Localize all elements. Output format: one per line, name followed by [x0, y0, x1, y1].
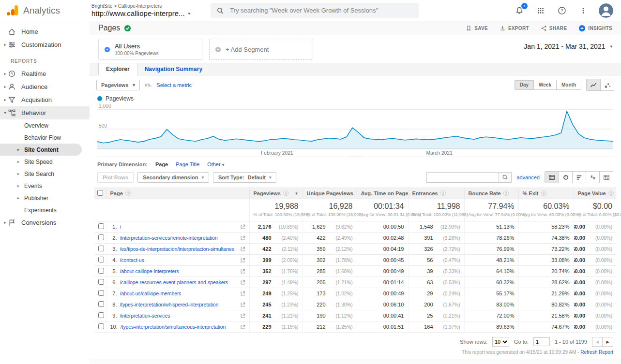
- open-in-new-icon[interactable]: [240, 302, 245, 307]
- open-in-new-icon[interactable]: [240, 247, 245, 252]
- page-link[interactable]: /about-calliope-interpreters: [120, 268, 179, 274]
- row-checkbox[interactable]: [98, 290, 104, 296]
- select-all-checkbox[interactable]: [97, 190, 103, 196]
- row-checkbox[interactable]: [98, 279, 104, 285]
- sidebar-item-acquisition[interactable]: ▸ Acquisition: [0, 93, 90, 106]
- column-header-pageviews[interactable]: ▼Pageviews?: [249, 188, 303, 199]
- insights-button[interactable]: INSIGHTS: [578, 25, 612, 32]
- page-link[interactable]: /types-interpretation/simultaneous-inter…: [121, 324, 226, 330]
- sidebar-item-audience[interactable]: ▸ Audience: [0, 80, 90, 93]
- column-header-avg-time[interactable]: Avg. Time on Page?: [357, 188, 408, 199]
- page-link[interactable]: /contact-us: [120, 257, 144, 263]
- show-rows-select[interactable]: 10: [492, 337, 509, 347]
- sidebar-item-realtime[interactable]: ▸ Realtime: [0, 67, 90, 80]
- table-row[interactable]: 7. /about-us/calliope-members 249(1.25%)…: [94, 288, 616, 299]
- add-segment-button[interactable]: + Add Segment: [209, 39, 313, 60]
- help-button[interactable]: ?: [556, 5, 568, 16]
- row-checkbox[interactable]: [98, 323, 104, 329]
- notifications-button[interactable]: 1: [514, 5, 525, 16]
- open-in-new-icon[interactable]: [240, 313, 245, 319]
- row-checkbox[interactable]: [98, 301, 104, 307]
- pageviews-chart[interactable]: 5001,000February 2021March 2021: [97, 104, 613, 157]
- open-in-new-icon[interactable]: [240, 258, 245, 263]
- open-in-new-icon[interactable]: [240, 235, 245, 241]
- sidebar-item-events[interactable]: ▸ Events: [0, 180, 90, 192]
- sidebar-item-experiments[interactable]: Experiments: [0, 204, 90, 216]
- search-input[interactable]: [229, 6, 413, 15]
- sidebar-item-overview[interactable]: Overview: [0, 119, 90, 131]
- sidebar-item-behavior-flow[interactable]: Behavior Flow: [0, 131, 90, 144]
- select-metric-link[interactable]: Select a metric: [156, 82, 192, 88]
- tab-explorer[interactable]: Explorer: [98, 63, 137, 75]
- sidebar-item-site-content[interactable]: ▸ Site Content: [0, 144, 82, 156]
- dimension-page[interactable]: Page: [155, 161, 168, 167]
- apps-grid-button[interactable]: [535, 5, 546, 16]
- page-link[interactable]: /es/tipos-de-interpretacion/interpretaci…: [120, 246, 235, 252]
- sidebar-item-site-speed[interactable]: ▸ Site Speed: [0, 156, 90, 168]
- more-options-button[interactable]: [577, 5, 589, 16]
- comparison-view-button[interactable]: [586, 172, 599, 183]
- table-row[interactable]: 1. / 2,176(10.89%) 1,629(9.62%) 00:00:50…: [94, 221, 616, 233]
- page-link[interactable]: /types-interpretation/whispered-interpre…: [120, 302, 219, 307]
- table-row[interactable]: 9. /interpretation-services 241(1.21%) 1…: [94, 310, 616, 321]
- column-header-pct-exit[interactable]: % Exit?: [518, 188, 574, 199]
- column-header-unique-pageviews[interactable]: Unique Pageviews?: [303, 188, 357, 199]
- row-checkbox[interactable]: [98, 246, 104, 251]
- open-in-new-icon[interactable]: [240, 224, 245, 230]
- metric-dropdown[interactable]: Pageviews ▾: [96, 80, 140, 90]
- open-in-new-icon[interactable]: [240, 280, 245, 285]
- column-header-entrances[interactable]: Entrances?: [408, 188, 464, 199]
- column-header-page-value[interactable]: Page Value?: [574, 188, 616, 199]
- export-button[interactable]: EXPORT: [500, 25, 529, 31]
- table-row[interactable]: 6. /calliope-resources-event-planners-an…: [94, 277, 616, 288]
- page-link[interactable]: /: [120, 224, 121, 230]
- granularity-day-button[interactable]: Day: [515, 80, 533, 89]
- avatar[interactable]: [599, 3, 613, 18]
- page-link[interactable]: /calliope-resources-event-planners-and-s…: [120, 279, 228, 285]
- advanced-search-link[interactable]: advanced: [516, 175, 540, 180]
- pivot-view-button[interactable]: [599, 172, 613, 183]
- sidebar-item-conversions[interactable]: ▸ Conversions: [0, 216, 90, 229]
- refresh-report-link[interactable]: Refresh Report: [580, 349, 613, 355]
- dimension-page-title[interactable]: Page Title: [176, 161, 199, 167]
- page-link[interactable]: /interpretation-services: [120, 313, 170, 319]
- granularity-month-button[interactable]: Month: [556, 80, 581, 89]
- open-in-new-icon[interactable]: [240, 291, 245, 296]
- granularity-week-button[interactable]: Week: [533, 80, 556, 89]
- sidebar-item-behavior[interactable]: ▾ Behavior: [0, 106, 90, 119]
- open-in-new-icon[interactable]: [240, 269, 245, 274]
- sort-descending-icon[interactable]: ▼: [295, 191, 299, 196]
- dimension-other[interactable]: Other ▾: [207, 161, 224, 167]
- column-header-bounce-rate[interactable]: Bounce Rate?: [464, 188, 518, 199]
- table-row[interactable]: 5. /about-calliope-interpreters 352(1.76…: [94, 266, 616, 277]
- sidebar-item-home[interactable]: Home: [0, 25, 90, 38]
- table-row[interactable]: 4. /contact-us 399(2.00%) 302(1.78%) 00:…: [94, 255, 616, 266]
- table-row[interactable]: 8. /types-interpretation/whispered-inter…: [94, 299, 616, 310]
- data-view-button[interactable]: [545, 172, 559, 183]
- sidebar-item-publisher[interactable]: ▸ Publisher: [0, 192, 90, 204]
- plot-rows-button[interactable]: Plot Rows: [97, 172, 134, 183]
- column-header-page[interactable]: Page?: [106, 188, 249, 199]
- line-chart-button[interactable]: [587, 79, 600, 90]
- table-row[interactable]: 10. /types-interpretation/simultaneous-i…: [94, 321, 616, 333]
- sort-type-button[interactable]: Sort Type: Default ▾: [213, 172, 276, 183]
- previous-page-button[interactable]: ◀: [592, 337, 603, 347]
- open-in-new-icon[interactable]: [240, 324, 245, 330]
- row-checkbox[interactable]: [98, 268, 104, 274]
- row-checkbox[interactable]: [98, 257, 104, 262]
- sidebar-item-site-search[interactable]: ▸ Site Search: [0, 168, 90, 180]
- secondary-dimension-button[interactable]: Secondary dimension ▾: [137, 172, 209, 183]
- property-selector[interactable]: BrightSite > Calliope-Interpreters http:…: [91, 3, 190, 17]
- goto-page-input[interactable]: [533, 337, 550, 346]
- table-search-button[interactable]: [499, 172, 512, 183]
- row-checkbox[interactable]: [98, 223, 104, 229]
- percentage-view-button[interactable]: [559, 172, 572, 183]
- table-row[interactable]: 3. /es/tipos-de-interpretacion/interpret…: [94, 244, 616, 255]
- performance-view-button[interactable]: [572, 172, 586, 183]
- row-checkbox[interactable]: [98, 312, 104, 318]
- table-search-input[interactable]: [426, 172, 499, 183]
- next-page-button[interactable]: ▶: [603, 337, 613, 347]
- motion-chart-button[interactable]: [600, 79, 614, 90]
- row-checkbox[interactable]: [98, 234, 104, 240]
- global-search[interactable]: [211, 3, 419, 18]
